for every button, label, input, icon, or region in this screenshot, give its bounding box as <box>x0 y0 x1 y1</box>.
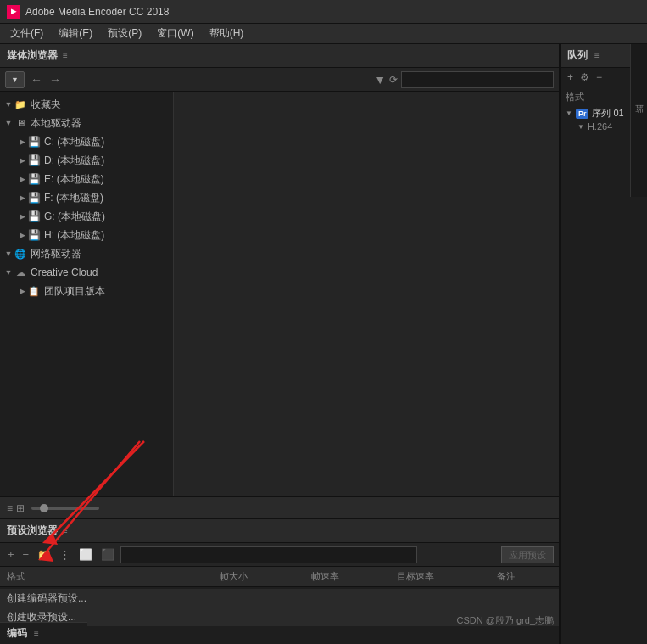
media-browser-toolbar: ▼ ← → ▼ ⟳ <box>0 68 559 92</box>
right-panel: 队列 ≡ 监 + ⚙ − 格式 ▼ Pr 序列 01 ▼ H.264 <box>560 44 647 644</box>
filter-icon[interactable]: ▼ <box>374 73 386 87</box>
drive-icon-h: 💾 <box>27 229 41 241</box>
format-name: 序列 01 <box>592 107 623 120</box>
queue-add-btn[interactable]: + <box>566 71 575 83</box>
zoom-thumb <box>40 504 48 512</box>
drive-f-label: F: (本地磁盘) <box>44 191 103 205</box>
computer-icon: 🖥 <box>14 117 27 129</box>
collections-label: 收藏夹 <box>31 98 61 112</box>
media-main-content <box>174 92 559 496</box>
media-content-area: ▼ 📁 收藏夹 ▼ 🖥 本地驱动器 ▶ 💾 C: (本地磁盘) <box>0 92 559 496</box>
title-bar: ▶ Adobe Media Encoder CC 2018 <box>0 0 647 24</box>
queue-settings-btn[interactable]: ⚙ <box>578 71 591 83</box>
network-icon: 🌐 <box>14 248 27 260</box>
refresh-icon[interactable]: ⟳ <box>389 74 398 86</box>
preset-create-encoder[interactable]: 创建编码器预设... <box>0 589 559 608</box>
tree-drive-e[interactable]: ▶ 💾 E: (本地磁盘) <box>0 170 173 188</box>
queue-header: 队列 ≡ 监 <box>561 44 647 68</box>
tree-arrow-d: ▶ <box>17 155 27 165</box>
queue-title: 队列 <box>567 48 588 63</box>
tree-arrow-network: ▼ <box>3 249 14 259</box>
tree-collections[interactable]: ▼ 📁 收藏夹 <box>0 95 173 114</box>
queue-menu-icon[interactable]: ≡ <box>594 51 600 60</box>
media-browser: 媒体浏览器 ≡ ▼ ← → ▼ ⟳ <box>0 44 559 519</box>
tree-network-drives[interactable]: ▼ 🌐 网络驱动器 <box>0 244 173 263</box>
preset-toolbar: + − 📁 ⋮ ⬜ ⬛ 应用预设 <box>0 543 559 567</box>
encode-title: 编码 <box>7 626 27 641</box>
encode-header: 编码 ≡ <box>7 626 81 641</box>
drive-icon-e: 💾 <box>27 173 41 185</box>
format-sub-arrow: ▼ <box>577 123 584 131</box>
list-view-btn[interactable]: ≡ <box>7 502 13 514</box>
tree-drive-f[interactable]: ▶ 💾 F: (本地磁盘) <box>0 188 173 207</box>
tree-creative-cloud[interactable]: ▼ ☁ Creative Cloud <box>0 263 173 282</box>
tree-team-project[interactable]: ▶ 📋 团队项目版本 <box>0 282 173 300</box>
app-icon: ▶ <box>7 5 20 19</box>
menu-bar: 文件(F) 编辑(E) 预设(P) 窗口(W) 帮助(H) <box>0 24 647 44</box>
pr-badge: Pr <box>576 109 589 119</box>
zoom-slider[interactable] <box>31 507 99 510</box>
team-icon: 📋 <box>27 285 41 297</box>
tree-drive-c[interactable]: ▶ 💾 C: (本地磁盘) <box>0 132 173 151</box>
preset-browser-title: 预设浏览器 <box>7 524 58 538</box>
preset-search-input[interactable] <box>120 546 417 563</box>
cloud-icon: ☁ <box>14 266 27 278</box>
menu-window[interactable]: 窗口(W) <box>150 25 200 42</box>
drive-icon-c: 💾 <box>27 136 41 148</box>
file-tree: ▼ 📁 收藏夹 ▼ 🖥 本地驱动器 ▶ 💾 C: (本地磁盘) <box>0 92 174 496</box>
main-layout: 媒体浏览器 ≡ ▼ ← → ▼ ⟳ <box>0 44 647 644</box>
menu-edit[interactable]: 编辑(E) <box>52 25 99 42</box>
drive-c-label: C: (本地磁盘) <box>44 135 104 149</box>
format-sub-name: H.264 <box>588 121 612 132</box>
drive-d-label: D: (本地磁盘) <box>44 154 104 168</box>
tree-arrow-e: ▶ <box>17 174 27 184</box>
encode-menu-icon[interactable]: ≡ <box>34 629 39 638</box>
tree-local-drives[interactable]: ▼ 🖥 本地驱动器 <box>0 114 173 132</box>
tree-arrow-f: ▶ <box>17 193 27 203</box>
media-search-input[interactable] <box>401 71 554 88</box>
preset-down-btn[interactable]: ⬛ <box>98 548 117 561</box>
col-format: 格式 <box>7 570 188 583</box>
team-project-label: 团队项目版本 <box>44 284 105 299</box>
dropdown-btn[interactable]: ▼ <box>5 71 25 88</box>
queue-remove-btn[interactable]: − <box>594 71 604 83</box>
media-browser-header: 媒体浏览器 ≡ <box>0 44 559 68</box>
preset-up-btn[interactable]: ⬜ <box>76 548 95 561</box>
drive-e-label: E: (本地磁盘) <box>44 172 104 187</box>
tree-drive-g[interactable]: ▶ 💾 G: (本地磁盘) <box>0 207 173 226</box>
media-browser-menu-icon[interactable]: ≡ <box>63 51 68 60</box>
local-drives-label: 本地驱动器 <box>31 116 81 131</box>
menu-help[interactable]: 帮助(H) <box>203 25 251 42</box>
watermark: CSDN @殷乃 grd_志鹏 <box>457 614 554 627</box>
preset-browser-header: 预设浏览器 ≡ <box>0 519 559 543</box>
preset-add-btn[interactable]: + <box>5 548 17 561</box>
preset-browser-menu-icon[interactable]: ≡ <box>63 526 68 535</box>
preset-more-btn[interactable]: ⋮ <box>57 548 73 561</box>
menu-file[interactable]: 文件(F) <box>3 25 50 42</box>
network-drives-label: 网络驱动器 <box>31 247 81 261</box>
create-encoder-label: 创建编码器预设... <box>7 591 86 606</box>
drive-icon-g: 💾 <box>27 210 41 222</box>
drive-h-label: H: (本地磁盘) <box>44 228 104 243</box>
col-notes: 备注 <box>461 570 552 583</box>
creative-cloud-label: Creative Cloud <box>31 266 98 278</box>
tree-arrow-cc: ▼ <box>3 267 14 277</box>
preset-remove-btn[interactable]: − <box>20 548 32 561</box>
tree-drive-h[interactable]: ▶ 💾 H: (本地磁盘) <box>0 226 173 244</box>
apply-preset-btn[interactable]: 应用预设 <box>501 546 554 563</box>
tree-drive-d[interactable]: ▶ 💾 D: (本地磁盘) <box>0 151 173 170</box>
col-frame-size: 帧大小 <box>188 570 279 583</box>
drive-icon-d: 💾 <box>27 154 41 166</box>
view-icons: ≡ ⊞ <box>7 502 25 514</box>
preset-table-header: 格式 帧大小 帧速率 目标速率 备注 <box>0 567 559 587</box>
grid-view-btn[interactable]: ⊞ <box>16 502 25 514</box>
drive-icon-f: 💾 <box>27 192 41 204</box>
back-btn[interactable]: ← <box>28 73 45 87</box>
menu-preset[interactable]: 预设(P) <box>101 25 148 42</box>
tree-arrow-team: ▶ <box>17 286 27 296</box>
col-frame-rate: 帧速率 <box>280 570 371 583</box>
nav-arrows: ← → <box>28 73 64 87</box>
forward-btn[interactable]: → <box>47 73 64 87</box>
app-title: Adobe Media Encoder CC 2018 <box>25 6 169 18</box>
preset-folder-btn[interactable]: 📁 <box>35 548 53 561</box>
